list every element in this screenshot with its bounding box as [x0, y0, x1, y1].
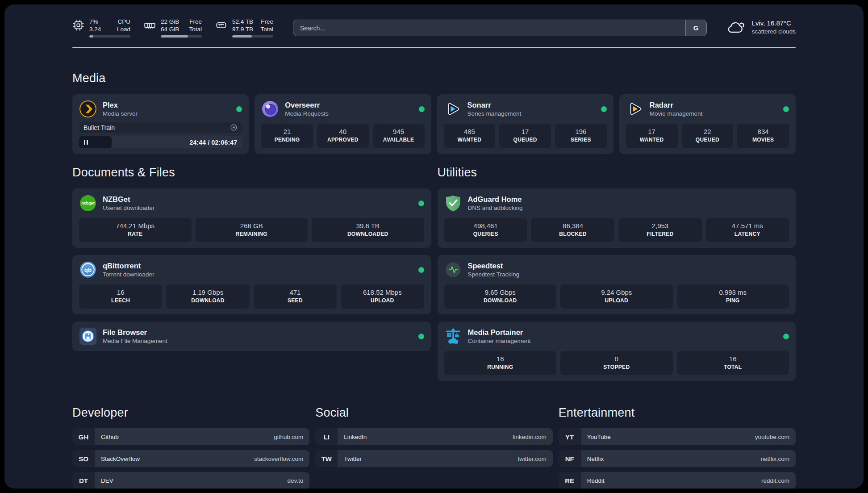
status-indicator: [418, 267, 424, 273]
app-desc: Series management: [467, 110, 595, 118]
portainer-card[interactable]: Media Portainer Container management 16R…: [438, 322, 796, 381]
app-name: qBittorrent: [103, 261, 413, 271]
link-url: dev.to: [288, 477, 304, 484]
link-name: YouTube: [587, 434, 611, 440]
stat-tile: 9.24 GbpsUPLOAD: [560, 284, 673, 309]
storage-free-label: Free: [261, 18, 273, 25]
stat-tile: 744.21 MbpsRATE: [79, 218, 192, 242]
svg-text:nzbget: nzbget: [81, 201, 95, 205]
link-github[interactable]: GH Githubgithub.com: [72, 428, 309, 445]
qbittorrent-card[interactable]: qb qBittorrent Torrent downloader 16LEEC…: [72, 255, 431, 314]
cpu-stat: 7%CPU 3.24Load: [72, 18, 130, 38]
nzbget-card[interactable]: nzbget NZBGet Usenet downloader 744.21 M…: [72, 188, 431, 248]
filebrowser-icon: [79, 327, 97, 345]
ram-icon: [144, 19, 156, 31]
link-name: Twitter: [344, 455, 362, 462]
stat-tile: 0.993 msPING: [677, 284, 789, 309]
memory-total-label: Total: [189, 25, 202, 33]
stop-session-icon[interactable]: [230, 124, 238, 131]
app-desc: Media server: [103, 110, 230, 118]
stat-tile: 22QUEUED: [682, 124, 734, 148]
link-url: youtube.com: [755, 434, 789, 440]
stat-tile: 16RUNNING: [444, 351, 557, 375]
speedtest-card[interactable]: Speedtest Speedtest Tracking 9.65 GbpsDO…: [438, 255, 796, 314]
search-provider-button[interactable]: G: [685, 20, 706, 36]
app-desc: Usenet downloader: [103, 204, 413, 212]
link-abbr: DT: [72, 472, 95, 489]
plex-card[interactable]: Plex Media server Bullet Train 24:44 / 0…: [72, 94, 249, 154]
stat-tile: 39.6 TBDOWNLOADED: [312, 218, 424, 242]
section-title-social: Social: [315, 406, 552, 420]
link-abbr: LI: [315, 428, 338, 445]
weather-condition: scattered clouds: [752, 28, 796, 36]
adguard-card[interactable]: AdGuard Home DNS and adblocking 498,461Q…: [438, 188, 796, 248]
status-indicator: [419, 106, 425, 112]
section-title-media: Media: [72, 71, 796, 85]
link-netflix[interactable]: NF Netflixnetflix.com: [559, 450, 796, 467]
link-linkedin[interactable]: LI LinkedInlinkedin.com: [315, 428, 552, 445]
app-name: Radarr: [650, 100, 777, 110]
app-desc: Container management: [468, 337, 778, 345]
link-reddit[interactable]: RE Redditreddit.com: [559, 472, 796, 489]
storage-stat: 52.4 TBFree 97.9 TBTotal: [215, 18, 273, 38]
stat-tile: 945AVAILABLE: [373, 124, 425, 148]
stat-tile: 266 GBREMAINING: [196, 218, 308, 242]
app-name: Speedtest: [468, 261, 789, 271]
app-name: AdGuard Home: [468, 195, 789, 204]
link-url: netflix.com: [760, 455, 789, 462]
stat-tile: 86,384BLOCKED: [531, 218, 614, 242]
storage-progress-bar: [232, 35, 273, 38]
app-desc: Media Requests: [285, 110, 413, 118]
app-desc: Torrent downloader: [103, 271, 413, 279]
app-desc: Media File Management: [103, 337, 413, 345]
memory-free-value: 22 GiB: [161, 18, 179, 25]
pause-icon[interactable]: [84, 140, 88, 145]
stat-tile: 47.571 msLATENCY: [706, 218, 789, 242]
link-abbr: TW: [315, 450, 338, 467]
overseerr-card[interactable]: Overseerr Media Requests 21PENDING 40APP…: [255, 94, 431, 154]
filebrowser-card[interactable]: File Browser Media File Management: [72, 322, 431, 351]
adguard-shield-icon: [444, 194, 462, 212]
stat-tile: 485WANTED: [444, 124, 496, 148]
stat-tile: 498,461QUERIES: [444, 218, 527, 242]
playback-progress-bar[interactable]: 24:44 / 02:06:47: [79, 136, 242, 148]
top-bar: 7%CPU 3.24Load 22 GiBFree 64 GiBTotal: [72, 4, 796, 38]
radarr-card[interactable]: Radarr Movie management 17WANTED 22QUEUE…: [619, 94, 796, 154]
link-abbr: NF: [559, 450, 581, 467]
link-youtube[interactable]: YT YouTubeyoutube.com: [559, 428, 796, 445]
link-abbr: SO: [72, 450, 95, 467]
status-indicator: [783, 334, 789, 339]
search-input[interactable]: [293, 20, 685, 36]
playback-time: 24:44 / 02:06:47: [190, 139, 238, 146]
link-url: github.com: [274, 434, 303, 440]
search-bar[interactable]: G: [293, 20, 707, 36]
speedtest-pulse-icon: [444, 261, 462, 279]
link-name: StackOverflow: [101, 455, 140, 462]
stat-tile: 21PENDING: [261, 124, 313, 148]
plex-icon: [79, 100, 97, 118]
status-indicator: [783, 106, 789, 112]
status-indicator: [418, 201, 424, 206]
memory-total-value: 64 GiB: [161, 25, 179, 33]
link-name: Netflix: [587, 455, 604, 462]
link-twitter[interactable]: TW Twittertwitter.com: [315, 450, 552, 467]
app-desc: Speedtest Tracking: [468, 271, 789, 279]
link-url: linkedin.com: [513, 434, 547, 440]
hdd-icon: [215, 19, 227, 31]
sonarr-icon: [444, 100, 462, 118]
overseerr-icon: [261, 100, 279, 118]
sonarr-card[interactable]: Sonarr Series management 485WANTED 17QUE…: [437, 94, 613, 154]
app-desc: DNS and adblocking: [468, 204, 789, 212]
section-title-entertainment: Entertainment: [559, 406, 796, 420]
radarr-icon: [626, 100, 644, 118]
stat-tile: 196SERIES: [555, 124, 607, 148]
section-title-developer: Developer: [72, 406, 309, 420]
link-dev[interactable]: DT DEVdev.to: [72, 472, 309, 489]
status-indicator: [418, 334, 424, 339]
link-name: Reddit: [587, 477, 605, 484]
link-stackoverflow[interactable]: SO StackOverflowstackoverflow.com: [72, 450, 309, 467]
link-name: LinkedIn: [344, 434, 367, 440]
header-divider: [72, 47, 796, 48]
stat-tile: 16LEECH: [79, 284, 162, 309]
stat-tile: 16TOTAL: [677, 351, 789, 375]
